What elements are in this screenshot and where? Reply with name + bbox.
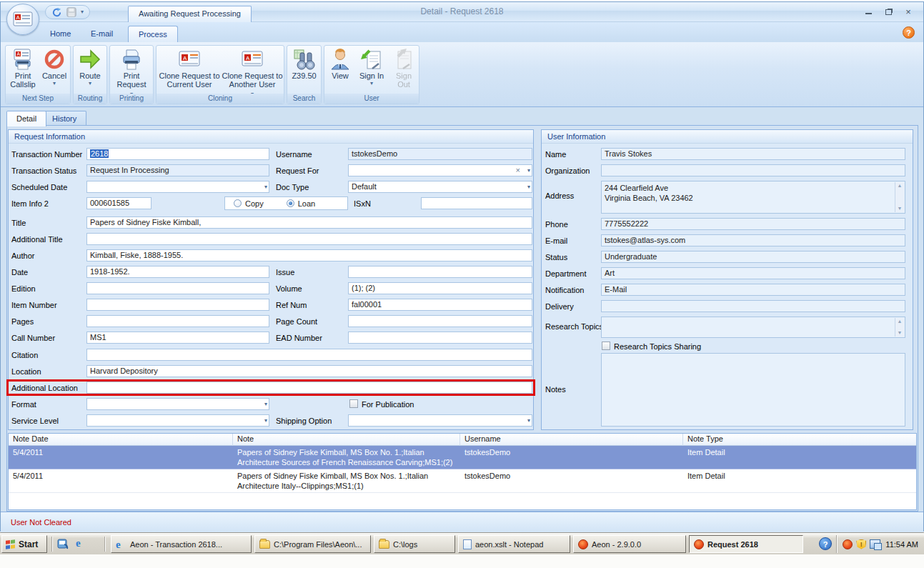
research-topics-sharing-checkbox[interactable] [602, 342, 610, 350]
tab-email[interactable]: E-mail [81, 26, 123, 42]
taskbar-item-logs-folder[interactable]: C:\logs [374, 535, 455, 553]
location-input[interactable]: Harvard Depository [86, 365, 532, 377]
tab-history[interactable]: History [42, 111, 86, 126]
additional-location-input[interactable] [86, 382, 532, 394]
taskbar-item-aeon-transaction[interactable]: e Aeon - Transaction 2618... [111, 535, 252, 553]
doc-type-input[interactable]: Default▾ [348, 181, 532, 193]
status-input[interactable]: Undergraduate [601, 251, 905, 263]
queue-status-tab[interactable]: Awaiting Request Processing [128, 6, 252, 22]
additional-title-input[interactable] [86, 233, 532, 245]
chevron-down-icon[interactable]: ▾ [527, 417, 530, 424]
title-input[interactable]: Papers of Sidney Fiske Kimball, [86, 216, 532, 229]
app-shortcut-icon[interactable] [57, 538, 69, 549]
edition-input[interactable] [86, 282, 269, 294]
tab-detail[interactable]: Detail [6, 111, 46, 126]
help-tray-icon[interactable]: ? [819, 537, 832, 550]
save-icon[interactable] [66, 7, 76, 17]
clone-request-another-user-button[interactable]: A Clone Request to Another User ▾ [221, 47, 284, 93]
note-row[interactable]: 5/4/2011 Papers of Sidney Fiske Kimball,… [9, 469, 916, 493]
note-row-selected[interactable]: 5/4/2011 Papers of Sidney Fiske Kimball,… [9, 446, 916, 469]
item-info-2-input[interactable]: 000601585 [86, 197, 151, 209]
sign-in-button[interactable]: Sign In ▾ [354, 47, 389, 93]
network-icon[interactable] [870, 539, 880, 549]
column-header-note-type[interactable]: Note Type [683, 434, 916, 446]
chevron-down-icon[interactable]: ▾ [264, 401, 267, 407]
column-header-note-date[interactable]: Note Date [9, 434, 233, 446]
address-input[interactable]: 244 Clearfield Ave Virginia Beach, VA 23… [601, 181, 905, 214]
taskbar-item-notepad[interactable]: aeon.xslt - Notepad [458, 535, 570, 553]
chevron-down-icon[interactable]: ▾ [264, 184, 267, 190]
tab-process[interactable]: Process [128, 26, 178, 42]
request-for-input[interactable]: ×▾ [348, 164, 532, 176]
tab-home[interactable]: Home [40, 26, 81, 42]
restore-button[interactable] [880, 6, 896, 18]
spinner-up-icon[interactable]: ▲ [895, 318, 904, 325]
date-input[interactable]: 1918-1952. [86, 266, 269, 278]
username-input[interactable]: tstokesDemo [348, 148, 532, 160]
notification-input[interactable]: E-Mail [601, 284, 905, 296]
item-number-input[interactable] [86, 299, 269, 311]
sign-in-dropdown-icon[interactable]: ▾ [354, 80, 389, 86]
chevron-down-icon[interactable]: ▾ [527, 167, 530, 174]
taskbar-item-request-2618[interactable]: Request 2618 [689, 535, 803, 553]
citation-input[interactable] [86, 349, 532, 361]
column-header-note[interactable]: Note [233, 434, 460, 446]
transaction-number-input[interactable]: 2618 [86, 148, 269, 160]
organization-input[interactable] [601, 164, 905, 176]
help-icon[interactable]: ? [903, 26, 915, 39]
minimize-button[interactable] [860, 6, 876, 18]
chevron-down-icon[interactable]: ▾ [264, 417, 267, 424]
cancel-dropdown-icon[interactable]: ▾ [39, 80, 70, 86]
clear-icon[interactable]: × [516, 166, 520, 174]
department-input[interactable]: Art [601, 267, 905, 279]
start-button[interactable]: Start [1, 535, 47, 553]
security-shield-icon[interactable]: ! [856, 539, 866, 549]
route-dropdown-icon[interactable]: ▾ [75, 80, 105, 86]
view-user-button[interactable]: View [326, 47, 354, 93]
taskbar-item-aeon-app[interactable]: Aeon - 2.9.0.0 [573, 535, 686, 553]
refresh-icon[interactable] [51, 7, 62, 18]
page-count-input[interactable] [348, 315, 532, 327]
author-input[interactable]: Kimball, Fiske, 1888-1955. [86, 249, 532, 261]
pages-input[interactable] [86, 315, 269, 327]
transaction-status-input[interactable]: Request In Processing [86, 164, 269, 176]
address-scrollbar[interactable]: ▲▼ [895, 182, 904, 212]
format-input[interactable]: ▾ [86, 398, 269, 410]
volume-input[interactable]: (1); (2) [348, 282, 532, 294]
call-number-input[interactable]: MS1 [86, 332, 269, 344]
email-input[interactable]: tstokes@atlas-sys.com [601, 234, 905, 246]
issue-input[interactable] [348, 266, 532, 278]
phone-input[interactable]: 7775552222 [601, 218, 905, 230]
isxn-input[interactable] [421, 197, 532, 209]
column-header-username[interactable]: Username [460, 434, 683, 446]
ead-number-input[interactable] [348, 332, 532, 344]
loan-radio[interactable] [287, 199, 294, 207]
aeon-tray-icon[interactable] [843, 539, 853, 549]
close-button[interactable]: × [900, 6, 916, 18]
service-level-input[interactable]: ▾ [86, 414, 269, 427]
application-menu-button[interactable]: A [6, 4, 39, 35]
research-topics-input[interactable]: ▲▼ [601, 317, 905, 338]
z3950-button[interactable]: Z39.50 [289, 47, 319, 93]
name-input[interactable]: Travis Stokes [601, 148, 905, 160]
shipping-option-input[interactable]: ▾ [348, 414, 532, 427]
clone-request-current-user-button[interactable]: A Clone Request to Current User [158, 47, 221, 93]
scheduled-date-input[interactable]: ▾ [86, 181, 269, 193]
chevron-down-icon[interactable]: ▾ [527, 184, 530, 190]
spinner-down-icon[interactable]: ▼ [895, 329, 904, 337]
delivery-input[interactable] [601, 300, 905, 312]
internet-explorer-icon[interactable]: e [76, 538, 87, 549]
route-button[interactable]: Route ▾ [75, 47, 105, 93]
copy-radio[interactable] [234, 199, 242, 207]
print-callslip-button[interactable]: A Print Callslip [7, 47, 39, 93]
ref-num-input[interactable]: fal00001 [348, 299, 532, 311]
cancel-button[interactable]: Cancel ▾ [39, 47, 70, 93]
research-topics-spinner[interactable]: ▲▼ [895, 318, 904, 337]
print-request-button[interactable]: Print Request ▾ [111, 47, 151, 93]
scroll-up-icon[interactable]: ▲ [895, 182, 904, 189]
taskbar-item-program-files-folder[interactable]: C:\Program Files\Aeon\... [254, 535, 371, 553]
user-notes-input[interactable] [601, 353, 905, 427]
for-publication-checkbox[interactable] [349, 399, 358, 408]
qat-dropdown-icon[interactable]: ▾ [81, 9, 84, 15]
scroll-down-icon[interactable]: ▼ [895, 205, 904, 212]
